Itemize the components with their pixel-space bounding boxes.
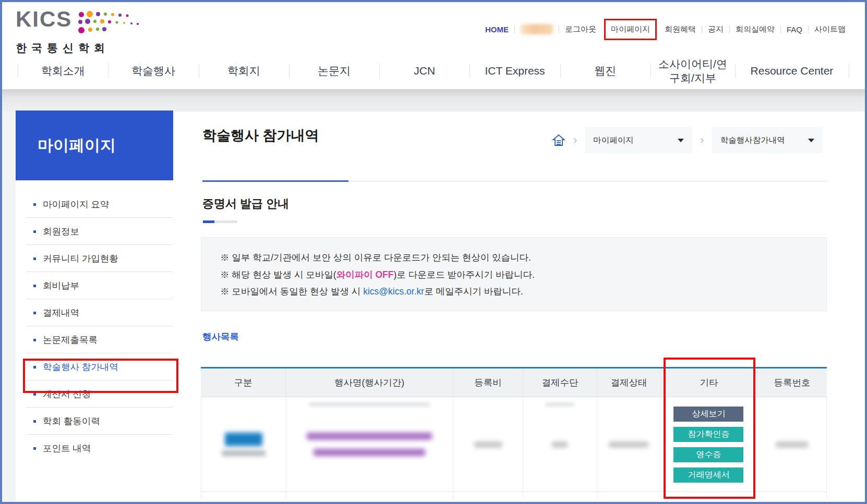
notice-line-2: ※ 해당 현상 발생 시 모바일(와이파이 OFF)로 다운로드 받아주시기 바… <box>220 266 826 284</box>
kics-logo[interactable]: KICS 한국통신학회 <box>16 8 154 55</box>
sidebar-item-dues[interactable]: 회비납부 <box>16 272 173 299</box>
nav-resource-center[interactable]: Resource Center <box>735 63 849 79</box>
nav-papers[interactable]: 논문지 <box>289 62 379 80</box>
nav-society[interactable]: 소사이어티/연구회/지부 <box>651 57 735 85</box>
cell-payment-status <box>597 397 660 491</box>
page-title: 학술행사 참가내역 <box>202 126 319 145</box>
sidebar-item-community[interactable]: 커뮤니티 가입현황 <box>16 245 173 272</box>
sidebar-item-member-info[interactable]: 회원정보 <box>16 218 173 245</box>
title-underline <box>202 181 827 181</box>
redacted-payment-method <box>552 441 568 448</box>
utility-notice-link[interactable]: 공지 <box>702 24 729 34</box>
bullet-icon <box>33 393 36 396</box>
logo-brand-text: KICS <box>16 8 72 30</box>
bullet-icon <box>33 230 36 233</box>
heading-indicator <box>203 220 237 223</box>
bullet-icon <box>33 285 36 287</box>
table-row: 상세보기 참가확인증 영수증 거래명세서 <box>201 397 827 492</box>
header-shadow-band <box>2 90 865 112</box>
utility-sitemap-link[interactable]: 사이트맵 <box>809 24 851 34</box>
chevron-right-icon: › <box>700 134 704 146</box>
divider <box>514 26 515 33</box>
sidebar-title: 마이페이지 <box>16 110 173 180</box>
redacted-event-name <box>307 433 432 440</box>
col-header-event-name: 행사명(행사기간) <box>285 368 453 397</box>
nav-about[interactable]: 학회소개 <box>18 62 108 80</box>
utility-mypage-link[interactable]: 마이페이지 <box>611 24 650 33</box>
left-margin-strip <box>2 112 16 502</box>
participation-certificate-button[interactable]: 참가확인증 <box>673 427 743 442</box>
nav-events[interactable]: 학술행사 <box>108 62 198 80</box>
sidebar-item-activity-history[interactable]: 학회 활동이력 <box>16 408 173 435</box>
col-header-payment-status: 결제상태 <box>597 368 660 397</box>
bullet-icon <box>33 257 36 260</box>
sidebar-menu: 마이페이지 요약 회원정보 커뮤니티 가입현황 회비납부 결제내역 논문제출목록… <box>16 180 173 462</box>
home-icon[interactable] <box>552 133 565 147</box>
receipt-button[interactable]: 영수증 <box>673 447 743 462</box>
browser-page: KICS 한국통신학회 HOME <box>0 0 867 504</box>
utility-benefits-link[interactable]: 회원혜택 <box>659 24 702 34</box>
cell-registration-no <box>756 397 826 491</box>
caret-down-icon <box>808 139 814 142</box>
table-header-row: 구분 행사명(행사기간) 등록비 결제수단 결제상태 기타 등록번호 <box>201 368 827 397</box>
logo-subtitle: 한국통신학회 <box>16 41 154 55</box>
utility-faq-link[interactable]: FAQ <box>781 25 808 34</box>
redacted-faint-line <box>545 402 574 407</box>
cell-payment-method <box>523 397 597 491</box>
certificate-notice-box: ※ 일부 학교/기관에서 보안 상의 이유로 다운로드가 안되는 현상이 있습니… <box>201 237 827 311</box>
bullet-icon <box>33 203 36 206</box>
nav-webzine[interactable]: 웹진 <box>560 62 651 80</box>
bullet-icon <box>33 447 36 450</box>
sidebar-item-payments[interactable]: 결제내역 <box>16 299 173 326</box>
utility-room-reservation-link[interactable]: 회의실예약 <box>730 24 780 34</box>
breadcrumb-dropdown-event-participation[interactable]: 학술행사참가내역 <box>712 127 823 153</box>
transaction-statement-button[interactable]: 거래명세서 <box>673 468 743 483</box>
col-header-category: 구분 <box>201 368 285 397</box>
notice-line-3: ※ 모바일에서 동일한 현상 발생 시 kics@kics.or.kr로 메일주… <box>220 283 826 300</box>
certificate-guide-heading: 증명서 발급 안내 <box>202 196 289 212</box>
utility-logout-link[interactable]: 로그아웃 <box>559 24 602 34</box>
col-header-fee: 등록비 <box>453 368 523 397</box>
nav-journal[interactable]: 학회지 <box>199 62 289 80</box>
email-link[interactable]: kics@kics.or.kr <box>363 286 424 297</box>
redacted-category-text <box>222 450 266 456</box>
redacted-fee <box>474 441 502 448</box>
event-list-label: 행사목록 <box>202 330 239 343</box>
redacted-faint-line <box>309 402 430 407</box>
redacted-category-badge <box>225 433 262 446</box>
main-nav: 학회소개 학술행사 학회지 논문지 JCN ICT Express 웹진 소사이… <box>18 55 849 87</box>
bullet-icon <box>33 312 36 314</box>
site-header: KICS 한국통신학회 HOME <box>2 2 865 90</box>
sidebar-item-invoice-request[interactable]: 계산서 신청 <box>16 380 173 408</box>
nav-ict-express[interactable]: ICT Express <box>469 63 560 79</box>
chevron-right-icon: › <box>573 134 577 146</box>
cell-actions: 상세보기 참가확인증 영수증 거래명세서 <box>660 397 757 491</box>
bullet-icon <box>33 420 36 423</box>
bullet-icon <box>33 339 36 341</box>
sidebar-item-points[interactable]: 포인트 내역 <box>16 435 173 462</box>
caret-down-icon <box>678 139 684 142</box>
col-header-registration-no: 등록번호 <box>757 368 827 397</box>
cell-fee <box>453 397 523 491</box>
redacted-username <box>521 24 553 34</box>
event-table: 구분 행사명(행사기간) 등록비 결제수단 결제상태 기타 등록번호 <box>201 367 827 498</box>
notice-line-1: ※ 일부 학교/기관에서 보안 상의 이유로 다운로드가 안되는 현상이 있습니… <box>220 249 826 266</box>
col-header-payment-method: 결제수단 <box>523 368 597 397</box>
redacted-payment-status <box>609 441 648 448</box>
breadcrumb-dropdown-mypage[interactable]: 마이페이지 <box>585 127 692 153</box>
cell-category <box>201 397 286 491</box>
utility-home-link[interactable]: HOME <box>479 25 514 34</box>
redacted-registration-no <box>776 441 808 448</box>
detail-view-button[interactable]: 상세보기 <box>673 407 743 422</box>
breadcrumb: › 마이페이지 › 학술행사참가내역 <box>552 127 823 153</box>
sidebar-item-paper-submissions[interactable]: 논문제출목록 <box>16 326 173 353</box>
utility-nav: HOME 로그아웃 마이페이지 회원혜택 공지 회의실예약 FAQ 사이트맵 <box>479 18 851 41</box>
nav-jcn[interactable]: JCN <box>379 63 469 79</box>
logo-dots-icon <box>76 9 154 36</box>
sidebar-item-event-participation[interactable]: 학술행사 참가내역 <box>16 353 173 380</box>
wifi-off-highlight: 와이파이 OFF <box>336 269 394 280</box>
sidebar-item-mypage-summary[interactable]: 마이페이지 요약 <box>16 191 173 218</box>
redacted-event-dates <box>314 449 425 456</box>
bullet-icon <box>33 366 36 368</box>
sidebar: 마이페이지 마이페이지 요약 회원정보 커뮤니티 가입현황 회비납부 결제내역 … <box>16 110 173 462</box>
